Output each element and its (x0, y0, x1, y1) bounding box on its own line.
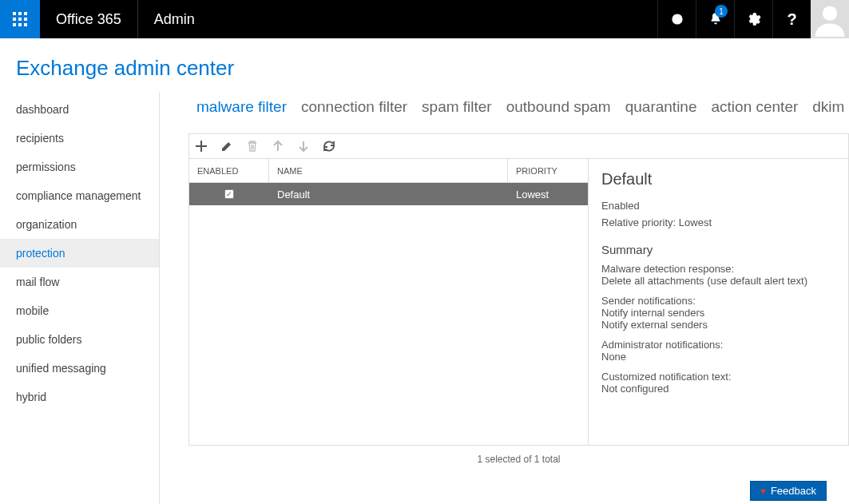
status-bar: 1 selected of 1 total (188, 446, 849, 473)
sidebar-item-dashboard[interactable]: dashboard (0, 95, 159, 124)
details-summary-title: Summary (601, 243, 835, 256)
detail-value: Notify internal senders (601, 307, 835, 319)
notifications-button[interactable]: 1 (696, 0, 734, 38)
feedback-button[interactable]: ♥ Feedback (750, 481, 827, 501)
brand-label[interactable]: Office 365 (40, 0, 138, 38)
help-icon: ? (787, 10, 796, 29)
notification-badge: 1 (715, 5, 728, 18)
heart-icon: ♥ (760, 486, 766, 497)
cell-priority: Lowest (508, 189, 588, 200)
user-avatar[interactable] (811, 0, 849, 38)
content-columns: dashboardrecipientspermissionscompliance… (0, 92, 849, 504)
sidebar-item-organization[interactable]: organization (0, 210, 159, 239)
delete-button[interactable] (245, 139, 260, 153)
tab-spam-filter[interactable]: spam filter (422, 98, 492, 116)
sidebar-item-unified-messaging[interactable]: unified messaging (0, 354, 159, 383)
page-title: Exchange admin center (0, 38, 849, 92)
svg-point-10 (823, 6, 837, 21)
policy-table: ENABLED NAME PRIORITY ✓DefaultLowest (189, 159, 589, 445)
add-button[interactable] (194, 139, 208, 153)
svg-rect-3 (13, 18, 16, 21)
toolbar (188, 133, 849, 158)
svg-rect-8 (24, 23, 27, 26)
col-header-name[interactable]: NAME (269, 159, 508, 182)
details-pane: Default Enabled Relative priority: Lowes… (589, 159, 848, 445)
detail-value: Not configured (601, 383, 835, 395)
detail-group: Sender notifications:Notify internal sen… (601, 295, 835, 331)
refresh-button[interactable] (322, 139, 336, 153)
pencil-icon (220, 140, 233, 153)
detail-value: Notify external senders (601, 319, 835, 331)
waffle-icon (12, 11, 28, 27)
main: malware filterconnection filterspam filt… (160, 92, 849, 504)
app-title: Admin (138, 11, 211, 28)
sidebar-item-protection[interactable]: protection (0, 239, 159, 268)
sidebar-item-mail-flow[interactable]: mail flow (0, 268, 159, 296)
sidebar-item-hybrid[interactable]: hybrid (0, 383, 159, 411)
svg-rect-7 (18, 23, 22, 26)
table-row[interactable]: ✓DefaultLowest (189, 183, 588, 205)
topbar: Office 365 Admin 1 ? (0, 0, 849, 38)
detail-group: Customized notification text:Not configu… (601, 371, 835, 395)
arrow-up-icon (272, 140, 284, 153)
table-header: ENABLED NAME PRIORITY (189, 159, 588, 183)
svg-rect-4 (18, 18, 22, 21)
app-launcher-button[interactable] (0, 0, 40, 38)
trash-icon (246, 140, 259, 153)
col-header-enabled[interactable]: ENABLED (189, 159, 269, 182)
svg-rect-5 (24, 18, 27, 21)
detail-label: Customized notification text: (601, 371, 835, 383)
svg-rect-1 (18, 12, 22, 15)
details-title: Default (601, 170, 835, 189)
sidebar-item-public-folders[interactable]: public folders (0, 325, 159, 354)
svg-rect-6 (13, 23, 16, 26)
plus-icon (195, 140, 208, 153)
detail-group: Administrator notifications:None (601, 339, 835, 363)
detail-label: Administrator notifications: (601, 339, 835, 351)
detail-group: Malware detection response:Delete all at… (601, 263, 835, 287)
cell-name: Default (269, 189, 508, 200)
detail-value: None (601, 351, 835, 363)
avatar-icon (812, 2, 847, 37)
sidebar: dashboardrecipientspermissionscompliance… (0, 92, 160, 504)
col-header-priority[interactable]: PRIORITY (508, 159, 588, 182)
tabs: malware filterconnection filterspam filt… (188, 92, 849, 133)
refresh-icon (323, 140, 335, 153)
arrow-down-icon (297, 140, 310, 153)
sidebar-item-recipients[interactable]: recipients (0, 124, 159, 153)
svg-rect-0 (13, 12, 16, 15)
sidebar-item-permissions[interactable]: permissions (0, 153, 159, 181)
cell-enabled: ✓ (189, 189, 269, 199)
gear-icon (747, 12, 761, 26)
tab-malware-filter[interactable]: malware filter (196, 98, 287, 116)
tab-connection-filter[interactable]: connection filter (301, 98, 407, 116)
list-container: ENABLED NAME PRIORITY ✓DefaultLowest Def… (188, 158, 849, 446)
svg-rect-2 (24, 12, 27, 15)
skype-icon (670, 12, 684, 26)
tab-quarantine[interactable]: quarantine (625, 98, 697, 116)
tab-dkim[interactable]: dkim (812, 98, 844, 116)
details-priority: Relative priority: Lowest (601, 216, 835, 228)
settings-button[interactable] (734, 0, 772, 38)
move-down-button[interactable] (296, 139, 311, 153)
table-body: ✓DefaultLowest (189, 183, 588, 445)
details-status: Enabled (601, 200, 835, 212)
detail-value: Delete all attachments (use default aler… (601, 275, 835, 287)
feedback-label: Feedback (771, 485, 816, 497)
sidebar-item-mobile[interactable]: mobile (0, 296, 159, 325)
enabled-checkbox[interactable]: ✓ (224, 189, 234, 199)
tab-outbound-spam[interactable]: outbound spam (506, 98, 611, 116)
detail-label: Sender notifications: (601, 295, 835, 307)
tab-action-center[interactable]: action center (712, 98, 799, 116)
sidebar-item-compliance-management[interactable]: compliance management (0, 181, 159, 210)
help-button[interactable]: ? (772, 0, 811, 38)
edit-button[interactable] (220, 139, 234, 153)
move-up-button[interactable] (271, 139, 285, 153)
detail-label: Malware detection response: (601, 263, 835, 275)
skype-button[interactable] (657, 0, 696, 38)
